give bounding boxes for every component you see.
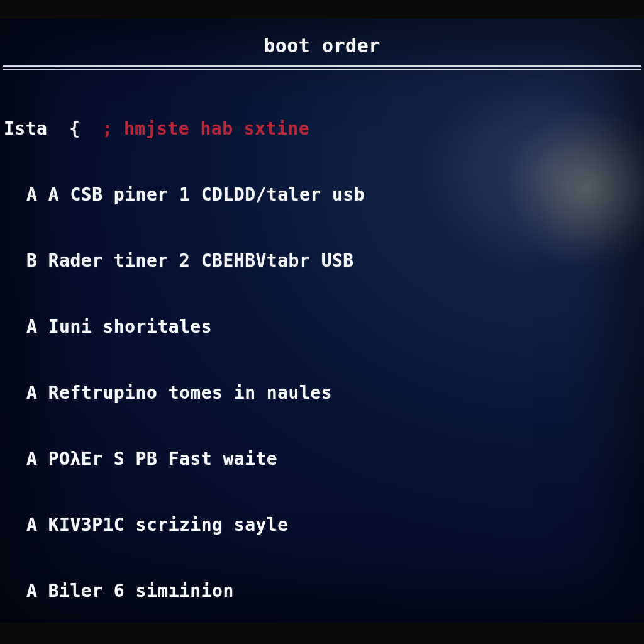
boot-item[interactable]: A A CSB piner 1 CDLDD/taler usb bbox=[4, 184, 644, 206]
boot-item[interactable]: A POλEr S PB Fast waite bbox=[4, 448, 644, 470]
bios-screen: boot order Ista { ; hmjste hab sxtine A … bbox=[0, 19, 644, 623]
boot-item[interactable]: A KIV3P1C scrizing sayle bbox=[4, 514, 644, 536]
screen-title: boot order bbox=[0, 19, 644, 63]
boot-item[interactable]: B Rader tiner 2 CBEHBVtabr USB bbox=[4, 250, 644, 272]
boot-item[interactable]: A Reftrupino tomes in naules bbox=[4, 382, 644, 404]
boot-list[interactable]: Ista { ; hmjste hab sxtine A A CSB piner… bbox=[0, 74, 644, 645]
boot-item[interactable]: A Biler 6 simıinion bbox=[4, 580, 644, 602]
divider-top bbox=[3, 65, 641, 70]
list-header: Ista { ; hmjste hab sxtine bbox=[4, 118, 644, 140]
boot-item[interactable]: A Iuni shoritales bbox=[4, 316, 644, 338]
monitor-bezel: boot order Ista { ; hmjste hab sxtine A … bbox=[0, 0, 644, 644]
